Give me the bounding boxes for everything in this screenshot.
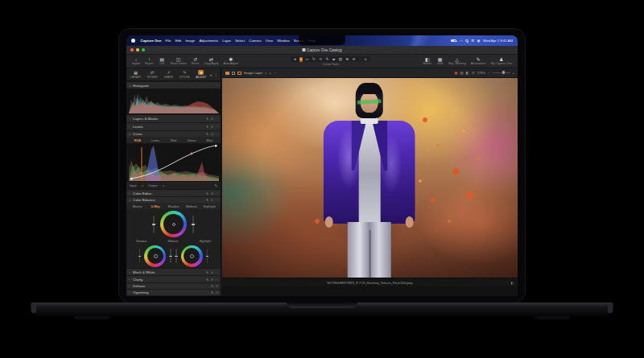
- brush-tool-icon[interactable]: ▰: [332, 57, 335, 62]
- copy-apply-button[interactable]: ⇄ Copy/Apply: [204, 57, 218, 66]
- collapse-caret-icon[interactable]: ˅: [129, 198, 131, 202]
- collapse-caret-icon[interactable]: ˅: [129, 132, 131, 136]
- menubar-clock[interactable]: Wed Apr 1 9:41 AM: [483, 39, 513, 43]
- spot-tool-icon[interactable]: ◌: [358, 57, 361, 62]
- erase-mask-tool-icon[interactable]: ▨: [338, 57, 342, 62]
- import-button[interactable]: ↓ Import: [132, 57, 140, 66]
- curve-panel-header[interactable]: ˅ Curve ✎ ↺ ⋯: [126, 130, 221, 137]
- curve-input-label[interactable]: Input: [130, 183, 137, 187]
- close-window-button[interactable]: [130, 48, 134, 51]
- color-editor-panel-header[interactable]: › Color Editor ✎ ↺ ⋯: [126, 189, 221, 196]
- color-balance-panel-header[interactable]: ˅ Color Balance ✎ ↺ ⋯: [126, 196, 221, 203]
- clone-tool-icon[interactable]: ⊛: [352, 57, 356, 62]
- color-picker-tool-icon[interactable]: ✎: [325, 57, 329, 62]
- menu-view[interactable]: View: [263, 39, 275, 43]
- add-layer-button[interactable]: +: [270, 71, 271, 75]
- cb-tab-highlight[interactable]: Highlight: [201, 204, 218, 208]
- refresh-preview-icon[interactable]: ↺: [472, 71, 475, 75]
- more-tabs-icon[interactable]: »: [209, 72, 212, 77]
- cb-tab-shadow[interactable]: Shadow: [165, 204, 182, 208]
- reset-panel-icon[interactable]: ↺: [211, 270, 213, 274]
- brush-icon[interactable]: ✎: [206, 278, 208, 282]
- tab-library[interactable]: ▤ LIBRARY: [128, 70, 143, 78]
- exposure-clip-icon[interactable]: ▣: [454, 71, 457, 75]
- my-capture-one-button[interactable]: ♟ My Capture One: [491, 57, 512, 66]
- input-caret-icon[interactable]: ˅: [142, 183, 143, 187]
- shadow-saturation-slider[interactable]: [139, 249, 141, 263]
- pointer-tool-icon[interactable]: ▸: [294, 57, 296, 62]
- reset-panel-icon[interactable]: ↺: [211, 132, 213, 136]
- spotlight-search-icon[interactable]: [465, 39, 468, 42]
- clarity-panel-header[interactable]: › Clarity ✎ ↺ ⋯: [126, 275, 221, 282]
- active-mask-icon[interactable]: [237, 72, 242, 75]
- highlight-color-wheel[interactable]: [181, 245, 203, 267]
- brush-icon[interactable]: ✎: [206, 117, 208, 121]
- curve-output-label[interactable]: Output: [148, 183, 158, 187]
- panel-menu-icon[interactable]: ⋯: [215, 278, 218, 282]
- vignetting-panel-header[interactable]: › Vignetting ✎ ↺: [126, 289, 221, 295]
- output-caret-icon[interactable]: ˅: [163, 183, 164, 187]
- menu-window[interactable]: Window: [275, 39, 291, 43]
- menu-file[interactable]: File: [163, 39, 173, 43]
- tab-share[interactable]: ↗ SHARE: [161, 70, 176, 78]
- minimize-window-button[interactable]: [136, 48, 139, 51]
- annotation-tool-icon[interactable]: ≡: [364, 57, 367, 62]
- wifi-icon[interactable]: ◠: [459, 39, 462, 43]
- brush-icon[interactable]: ✎: [206, 270, 208, 274]
- midtone-color-wheel[interactable]: [160, 211, 187, 237]
- tab-menu-icon[interactable]: ⋮: [214, 72, 219, 77]
- black-white-panel-header[interactable]: › Black & White ✎ ↺ ⋯: [126, 268, 221, 275]
- reset-panel-icon[interactable]: ↺: [211, 198, 213, 202]
- brush-icon[interactable]: ✎: [206, 132, 208, 136]
- collapse-caret-icon[interactable]: ˅: [129, 84, 131, 88]
- collapse-caret-icon[interactable]: ›: [129, 290, 131, 294]
- curve-tab-luma[interactable]: Luma: [147, 138, 163, 142]
- curve-tab-red[interactable]: Red: [165, 138, 182, 142]
- tab-styles[interactable]: ✎ STYLES: [177, 70, 192, 78]
- zoom-out-button[interactable]: −: [488, 71, 489, 75]
- highlight-saturation-slider[interactable]: [175, 249, 177, 263]
- collapse-caret-icon[interactable]: ›: [129, 284, 131, 288]
- highlight-lightness-slider[interactable]: [207, 249, 208, 263]
- menu-edit[interactable]: Edit: [173, 39, 184, 43]
- menu-camera[interactable]: Camera: [247, 39, 263, 43]
- curve-graph[interactable]: [126, 143, 221, 182]
- crop-tool-icon[interactable]: ▭: [305, 57, 309, 62]
- reset-panel-icon[interactable]: ↺: [211, 125, 213, 129]
- fill-mask-icon[interactable]: [225, 72, 229, 75]
- saturation-slider[interactable]: [153, 216, 155, 233]
- lightness-slider[interactable]: [192, 216, 194, 233]
- collapse-caret-icon[interactable]: ›: [129, 191, 131, 195]
- control-center-icon[interactable]: ⊞: [471, 39, 474, 43]
- auto-adjust-button[interactable]: ✱ Auto Adjust: [224, 57, 238, 66]
- heal-tool-icon[interactable]: ⊕: [345, 57, 349, 62]
- siri-icon[interactable]: ◉: [477, 39, 481, 43]
- layer-menu-icon[interactable]: ⋯: [274, 71, 277, 75]
- reset-panel-icon[interactable]: ↺: [211, 278, 213, 282]
- empty-mask-icon[interactable]: [232, 72, 236, 75]
- tab-tether[interactable]: ⇄ TETHER: [144, 70, 159, 78]
- menu-select[interactable]: Select: [233, 39, 247, 43]
- curve-tab-rgb[interactable]: RGB: [129, 138, 146, 142]
- before-button[interactable]: ◧ Before: [423, 57, 432, 66]
- reset-panel-icon[interactable]: ↺: [211, 117, 213, 121]
- zoom-level-value[interactable]: 179%: [477, 71, 485, 75]
- menu-adjustments[interactable]: Adjustments: [197, 39, 221, 43]
- collapse-caret-icon[interactable]: ›: [129, 117, 131, 121]
- rotate-tool-icon[interactable]: ↻: [312, 57, 316, 62]
- menu-app-name[interactable]: Capture One: [138, 39, 163, 43]
- menu-image[interactable]: Image: [184, 39, 197, 43]
- reset-button[interactable]: ↺ Reset: [192, 57, 199, 66]
- mask-visibility-icon[interactable]: ▥: [460, 71, 463, 75]
- collapse-caret-icon[interactable]: ›: [129, 270, 131, 274]
- zoom-window-button[interactable]: [142, 48, 145, 51]
- layer-select-dropdown[interactable]: Image Layer: [244, 71, 262, 75]
- brush-icon[interactable]: ✎: [206, 125, 208, 129]
- curve-tab-green[interactable]: Green: [183, 138, 200, 142]
- panel-menu-icon[interactable]: ⋯: [215, 125, 218, 129]
- dehaze-panel-header[interactable]: › Dehaze ✎ ↺: [126, 282, 221, 289]
- brush-icon[interactable]: ✎: [206, 191, 208, 195]
- cull-button[interactable]: ▤ Cull: [159, 57, 166, 66]
- share-online-button[interactable]: ◫ Share online: [171, 57, 187, 66]
- collapse-caret-icon[interactable]: ›: [129, 278, 131, 282]
